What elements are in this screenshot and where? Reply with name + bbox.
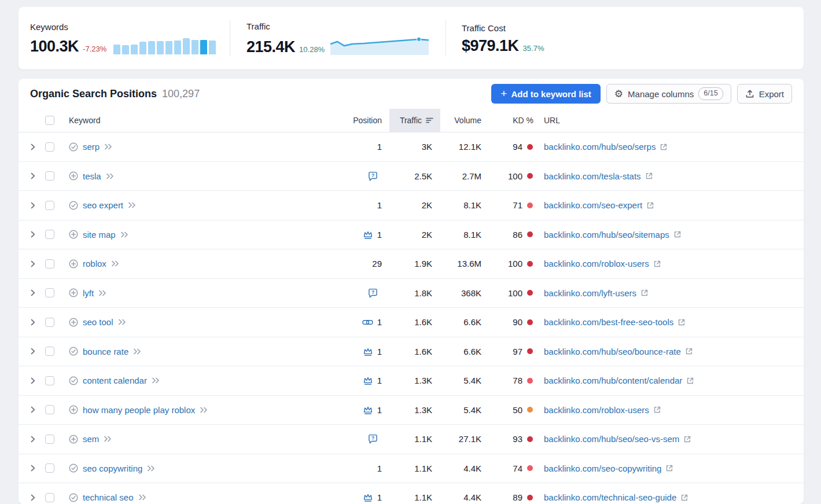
row-checkbox[interactable] bbox=[45, 493, 54, 502]
column-header-position[interactable]: Position bbox=[338, 109, 389, 132]
keyword-link[interactable]: seo copywriting bbox=[83, 463, 142, 473]
select-all-checkbox[interactable] bbox=[45, 116, 54, 125]
row-checkbox[interactable] bbox=[45, 171, 54, 181]
kd-value: 89 bbox=[513, 492, 522, 502]
expand-row-button[interactable] bbox=[19, 366, 39, 395]
expand-row-button[interactable] bbox=[19, 249, 39, 278]
external-link-icon[interactable] bbox=[645, 172, 653, 180]
row-checkbox[interactable] bbox=[45, 347, 54, 356]
keyword-link[interactable]: seo tool bbox=[83, 317, 113, 327]
double-chevron-icon[interactable] bbox=[147, 465, 156, 472]
keyword-link[interactable]: sem bbox=[83, 434, 99, 444]
double-chevron-icon[interactable] bbox=[128, 202, 137, 208]
column-header-volume[interactable]: Volume bbox=[440, 109, 490, 132]
chevron-right-icon bbox=[31, 260, 35, 267]
expand-row-button[interactable] bbox=[19, 425, 39, 454]
keyword-link[interactable]: content calendar bbox=[83, 376, 147, 385]
keyword-link[interactable]: technical seo bbox=[83, 492, 134, 502]
keyword-link[interactable]: roblox bbox=[83, 259, 106, 268]
double-chevron-icon[interactable] bbox=[120, 231, 129, 238]
row-checkbox[interactable] bbox=[45, 435, 54, 444]
double-chevron-icon[interactable] bbox=[104, 144, 113, 150]
external-link-icon[interactable] bbox=[686, 377, 694, 385]
external-link-icon[interactable] bbox=[646, 201, 654, 209]
manage-columns-button[interactable]: ⚙ Manage columns 6/15 bbox=[606, 84, 731, 104]
keyword-link[interactable]: bounce rate bbox=[83, 347, 128, 356]
column-header-kd[interactable]: KD % bbox=[490, 109, 536, 132]
external-link-icon[interactable] bbox=[683, 435, 691, 443]
url-link[interactable]: backlinko.com/hub/content/calendar bbox=[544, 376, 682, 385]
url-link[interactable]: backlinko.com/hub/seo/seo-vs-sem bbox=[544, 434, 679, 444]
expand-row-button[interactable] bbox=[19, 191, 39, 220]
traffic-cost-stat: Traffic Cost $979.1K 35.7% bbox=[446, 23, 804, 54]
external-link-icon[interactable] bbox=[665, 464, 673, 472]
keyword-link[interactable]: how many people play roblox bbox=[83, 405, 195, 415]
expand-row-button[interactable] bbox=[19, 308, 39, 337]
column-header-traffic[interactable]: Traffic bbox=[389, 109, 440, 132]
external-link-icon[interactable] bbox=[685, 347, 693, 355]
expand-row-button[interactable] bbox=[19, 337, 39, 366]
kd-cell: 74 bbox=[490, 454, 536, 483]
url-link[interactable]: backlinko.com/hub/seo/sitemaps bbox=[544, 230, 669, 240]
position-cell: ? 1 bbox=[338, 396, 389, 425]
row-checkbox[interactable] bbox=[45, 463, 54, 473]
column-header-url[interactable]: URL bbox=[536, 109, 804, 132]
double-chevron-icon[interactable] bbox=[133, 348, 142, 355]
expand-row-button[interactable] bbox=[19, 454, 39, 483]
expand-row-button[interactable] bbox=[19, 279, 39, 308]
row-checkbox[interactable] bbox=[45, 259, 54, 268]
external-link-icon[interactable] bbox=[653, 260, 661, 268]
position-cell: ? 29 bbox=[338, 249, 389, 278]
double-chevron-icon[interactable] bbox=[111, 260, 120, 267]
external-link-icon[interactable] bbox=[673, 230, 682, 238]
keyword-link[interactable]: seo expert bbox=[83, 200, 123, 210]
double-chevron-icon[interactable] bbox=[118, 319, 127, 325]
double-chevron-icon[interactable] bbox=[200, 407, 208, 413]
expand-row-button[interactable] bbox=[19, 133, 39, 161]
url-link[interactable]: backlinko.com/lyft-users bbox=[544, 288, 636, 298]
url-link[interactable]: backlinko.com/hub/seo/bounce-rate bbox=[544, 347, 681, 356]
position-cell: ? 1 bbox=[338, 220, 389, 249]
row-checkbox[interactable] bbox=[45, 376, 54, 385]
double-chevron-icon[interactable] bbox=[98, 290, 107, 296]
url-link[interactable]: backlinko.com/best-free-seo-tools bbox=[544, 317, 673, 327]
keyword-link[interactable]: lyft bbox=[83, 288, 94, 298]
external-link-icon[interactable] bbox=[640, 289, 649, 297]
url-link[interactable]: backlinko.com/technical-seo-guide bbox=[544, 492, 676, 502]
url-link[interactable]: backlinko.com/hub/seo/serps bbox=[544, 142, 656, 152]
double-chevron-icon[interactable] bbox=[106, 173, 115, 179]
add-to-keyword-list-button[interactable]: + Add to keyword list bbox=[491, 84, 600, 104]
external-link-icon[interactable] bbox=[660, 143, 668, 151]
double-chevron-icon[interactable] bbox=[104, 436, 112, 442]
external-link-icon[interactable] bbox=[678, 318, 686, 326]
keyword-link[interactable]: tesla bbox=[83, 171, 101, 181]
row-checkbox[interactable] bbox=[45, 318, 54, 327]
double-chevron-icon[interactable] bbox=[152, 377, 160, 384]
row-checkbox[interactable] bbox=[45, 201, 54, 210]
row-checkbox[interactable] bbox=[45, 230, 54, 239]
url-link[interactable]: backlinko.com/tesla-stats bbox=[544, 171, 641, 181]
url-link[interactable]: backlinko.com/roblox-users bbox=[544, 405, 649, 415]
external-link-icon[interactable] bbox=[653, 406, 661, 414]
row-checkbox[interactable] bbox=[45, 405, 54, 414]
expand-row-button[interactable] bbox=[19, 483, 39, 504]
export-button[interactable]: Export bbox=[737, 84, 792, 104]
external-link-icon[interactable] bbox=[680, 494, 689, 502]
expand-row-button[interactable] bbox=[19, 162, 39, 191]
keyword-link[interactable]: serp bbox=[83, 142, 100, 152]
keyword-link[interactable]: site map bbox=[83, 230, 116, 240]
url-link[interactable]: backlinko.com/seo-copywriting bbox=[544, 463, 661, 473]
position-value: 1 bbox=[377, 463, 382, 473]
url-link[interactable]: backlinko.com/seo-expert bbox=[544, 200, 642, 210]
row-checkbox[interactable] bbox=[45, 142, 54, 152]
kd-difficulty-dot bbox=[527, 378, 533, 384]
kd-cell: 50 bbox=[490, 396, 536, 425]
expand-row-button[interactable] bbox=[19, 220, 39, 249]
double-chevron-icon[interactable] bbox=[138, 494, 147, 501]
column-header-keyword[interactable]: Keyword bbox=[60, 109, 338, 132]
url-link[interactable]: backlinko.com/roblox-users bbox=[544, 259, 649, 268]
expand-row-button[interactable] bbox=[19, 396, 39, 425]
row-checkbox[interactable] bbox=[45, 288, 54, 297]
traffic-cell: 3K bbox=[389, 133, 440, 161]
traffic-label: Traffic bbox=[246, 21, 446, 31]
